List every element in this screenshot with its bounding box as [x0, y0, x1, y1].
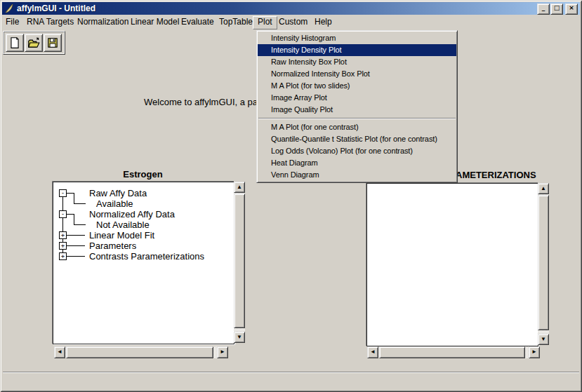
expander-normalized-affy-data[interactable]: -: [59, 210, 67, 218]
menu-item-log-odds-volcano-plot[interactable]: Log Odds (Volcano) Plot (for one contras…: [258, 145, 456, 157]
scroll-left-button[interactable]: ◄: [54, 346, 65, 358]
window: affylmGUI - Untitled _ □ × File RNA Targ…: [0, 0, 582, 392]
menu-item-image-array-plot[interactable]: Image Array Plot: [258, 92, 456, 104]
tree-line: [67, 256, 85, 257]
tree-item-raw-affy-data[interactable]: Raw Affy Data: [89, 188, 147, 198]
app-feather-icon: [4, 4, 14, 13]
menubar-item-custom[interactable]: Custom: [279, 16, 307, 28]
window-title: affylmGUI - Untitled: [17, 4, 95, 13]
minimize-button[interactable]: _: [537, 4, 550, 15]
welcome-text: Welcome to affylmGUI, a pa: [144, 97, 258, 107]
menu-item-intensity-density-plot[interactable]: Intensity Density Plot: [258, 44, 456, 56]
scroll-down-button[interactable]: ▼: [234, 332, 245, 343]
titlebar: affylmGUI - Untitled _ □ ×: [2, 2, 580, 15]
horizontal-scroll-thumb[interactable]: [379, 346, 525, 358]
vertical-scroll-thumb[interactable]: [234, 194, 245, 328]
left-tree-listbox[interactable]: - - + + + Raw Affy Data Available Normal…: [53, 182, 234, 344]
menu-item-raw-intensity-box-plot[interactable]: Raw Intensity Box Plot: [258, 56, 456, 68]
statusbar: [2, 374, 580, 388]
right-listbox[interactable]: [366, 183, 538, 346]
menu-item-normalized-intensity-box-plot[interactable]: Normalized Intensity Box Plot: [258, 68, 456, 80]
tree-line: [74, 193, 74, 204]
expander-contrasts-parameterizations[interactable]: +: [59, 252, 67, 260]
tree-line: [67, 235, 85, 236]
menubar-item-help[interactable]: Help: [315, 16, 332, 28]
expander-raw-affy-data[interactable]: -: [59, 189, 67, 197]
menu-item-ma-plot-one-contrast[interactable]: M A Plot (for one contrast): [258, 121, 456, 133]
tree-item-not-available[interactable]: Not Available: [96, 219, 150, 230]
open-file-button[interactable]: [25, 34, 43, 52]
plot-dropdown-menu: Intensity Histogram Intensity Density Pl…: [256, 30, 458, 183]
right-panel-title: AMETERIZATIONS: [456, 170, 536, 180]
menu-item-qq-t-statistic-plot[interactable]: Quantile-Quantile t Statistic Plot (for …: [258, 133, 456, 145]
right-horizontal-scrollbar[interactable]: ◄ ►: [367, 346, 540, 358]
save-file-button[interactable]: [44, 34, 62, 52]
tree-line: [74, 224, 86, 225]
new-file-button[interactable]: [6, 34, 24, 52]
horizontal-scroll-thumb[interactable]: [66, 346, 213, 358]
left-horizontal-scrollbar[interactable]: ◄ ►: [54, 346, 228, 358]
expander-parameters[interactable]: +: [59, 242, 67, 250]
tree-line: [74, 214, 74, 225]
menubar-item-evaluate[interactable]: Evaluate: [181, 16, 214, 28]
menu-item-ma-plot-two-slides[interactable]: M A Plot (for two slides): [258, 80, 456, 92]
tree-item-available[interactable]: Available: [96, 198, 133, 209]
tree-line: [67, 214, 74, 215]
vertical-scroll-thumb[interactable]: [538, 195, 549, 330]
menubar-item-rna-targets[interactable]: RNA Targets: [27, 16, 74, 28]
menubar-item-plot[interactable]: Plot: [253, 16, 277, 29]
close-button[interactable]: ×: [565, 4, 578, 15]
tree-line: [74, 203, 86, 204]
menu-item-intensity-histogram[interactable]: Intensity Histogram: [258, 32, 456, 44]
left-vertical-scrollbar[interactable]: ▲ ▼: [234, 182, 245, 343]
scroll-right-button[interactable]: ►: [217, 346, 228, 358]
status-tree: - - + + + Raw Affy Data Available Normal…: [53, 182, 234, 344]
maximize-button[interactable]: □: [550, 4, 563, 15]
right-vertical-scrollbar[interactable]: ▲ ▼: [538, 183, 549, 345]
toolbar: [3, 31, 65, 55]
tree-item-parameters[interactable]: Parameters: [89, 241, 136, 251]
scroll-right-button[interactable]: ►: [529, 346, 540, 358]
save-floppy-icon: [46, 36, 59, 49]
open-folder-icon: [27, 36, 41, 49]
left-panel-title: Estrogen: [53, 169, 233, 180]
tree-item-normalized-affy-data[interactable]: Normalized Affy Data: [89, 209, 175, 219]
tree-line: [67, 193, 74, 194]
frame-divider: [3, 372, 579, 373]
menubar-item-linear-model[interactable]: Linear Model: [131, 16, 179, 28]
menubar-item-normalization[interactable]: Normalization: [77, 16, 128, 28]
scroll-left-button[interactable]: ◄: [367, 346, 378, 358]
menubar-item-toptable[interactable]: TopTable: [219, 16, 253, 28]
tree-item-linear-model-fit[interactable]: Linear Model Fit: [89, 230, 154, 241]
menubar-item-file[interactable]: File: [6, 16, 19, 28]
menubar: File RNA Targets Normalization Linear Mo…: [2, 15, 580, 29]
scroll-up-button[interactable]: ▲: [234, 182, 245, 193]
scroll-up-button[interactable]: ▲: [538, 183, 549, 194]
tree-item-contrasts-parameterizations[interactable]: Contrasts Parameterizations: [89, 251, 204, 262]
menu-item-heat-diagram[interactable]: Heat Diagram: [258, 157, 456, 169]
expander-linear-model-fit[interactable]: +: [59, 231, 67, 239]
scroll-down-button[interactable]: ▼: [538, 334, 549, 345]
menu-separator: [258, 118, 456, 119]
tree-line: [67, 245, 85, 246]
menu-item-venn-diagram[interactable]: Venn Diagram: [258, 169, 456, 181]
new-file-icon: [8, 36, 21, 49]
menu-item-image-quality-plot[interactable]: Image Quality Plot: [258, 104, 456, 116]
